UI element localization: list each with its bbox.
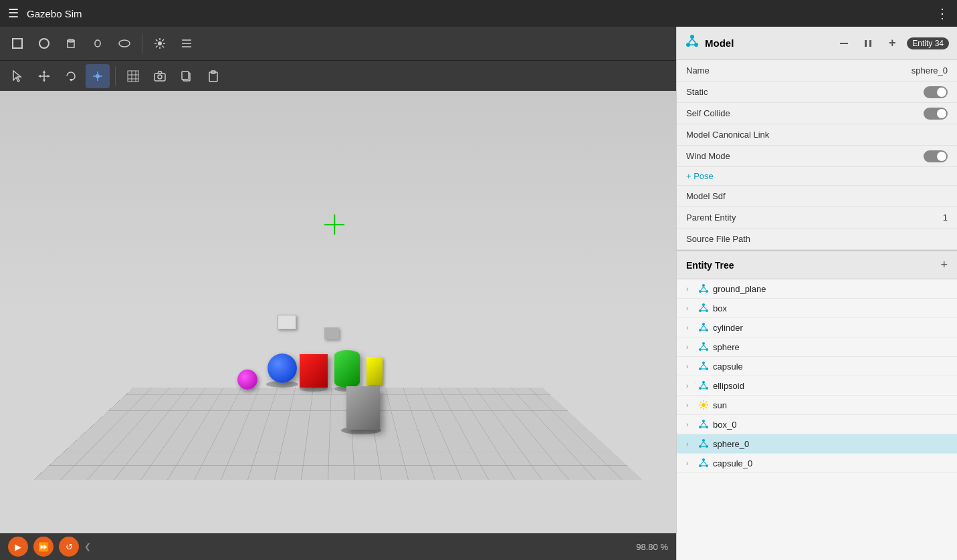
wind-mode-toggle[interactable]	[924, 150, 948, 162]
reset-button[interactable]: ↺	[59, 537, 79, 557]
copy-button[interactable]	[175, 64, 199, 88]
wind-mode-label: Wind Mode	[686, 151, 924, 161]
model-node-icon-sphere	[698, 341, 709, 352]
source-file-path-property-row: Source File Path	[677, 229, 957, 250]
svg-rect-49	[869, 40, 871, 47]
toolbar-separator-2	[115, 66, 116, 86]
translate-button[interactable]	[32, 64, 56, 88]
entity-name-capsule-0: capsule_0	[713, 458, 752, 468]
main-area: ▶ ⏩ ↺ ❮ 98.80 %	[0, 27, 957, 560]
obj-box-white-small[interactable]	[278, 315, 296, 329]
scale-button[interactable]	[86, 64, 110, 88]
svg-point-108	[699, 464, 702, 467]
chevron-icon-capsule: ›	[686, 363, 694, 370]
obj-cylinder-green[interactable]	[334, 350, 360, 388]
entity-tree-add-button[interactable]: +	[940, 258, 948, 272]
name-property-row: Name sphere_0	[677, 60, 957, 82]
entity-item-sphere-0[interactable]: › sphere_0	[677, 434, 957, 454]
svg-point-25	[96, 74, 100, 78]
menu-icon[interactable]: ☰	[8, 6, 19, 21]
entity-list: › ground_plane ›	[677, 279, 957, 560]
svg-rect-38	[182, 72, 189, 80]
static-toggle[interactable]	[924, 86, 948, 98]
capsule-tool-button[interactable]	[86, 31, 110, 55]
svg-line-11	[156, 39, 158, 41]
viewport-background	[0, 91, 676, 533]
svg-point-5	[119, 40, 130, 47]
self-collide-toggle[interactable]	[924, 108, 948, 120]
entity-item-ellipsoid[interactable]: › ellipsoid	[677, 376, 957, 396]
svg-point-86	[702, 403, 706, 407]
particles-tool-button[interactable]	[175, 31, 199, 55]
play-button[interactable]: ▶	[8, 537, 28, 557]
svg-point-52	[706, 290, 708, 293]
svg-line-60	[704, 306, 706, 309]
obj-box-yellow[interactable]	[366, 357, 383, 385]
model-node-icon-ground-plane	[698, 283, 709, 294]
svg-line-72	[704, 345, 706, 348]
obj-box-gray-large[interactable]	[346, 386, 380, 430]
entity-item-cylinder[interactable]: › cylinder	[677, 318, 957, 337]
canonical-link-label: Model Canonical Link	[686, 130, 948, 140]
rotate-button[interactable]	[59, 64, 83, 88]
pose-row[interactable]: + Pose	[677, 167, 957, 186]
pause-button[interactable]	[859, 34, 877, 53]
fast-forward-button[interactable]: ⏩	[33, 537, 54, 557]
nav-toolbar	[0, 60, 676, 91]
svg-rect-4	[95, 40, 100, 47]
entity-item-capsule[interactable]: › capsule	[677, 357, 957, 376]
svg-point-56	[702, 303, 705, 306]
grid-button[interactable]	[121, 64, 145, 88]
entity-item-capsule-0[interactable]: › capsule_0	[677, 454, 957, 473]
entity-item-box-0[interactable]: › box_0	[677, 415, 957, 434]
select-button[interactable]	[5, 64, 29, 88]
obj-box-red[interactable]	[300, 354, 328, 388]
svg-point-70	[706, 348, 708, 351]
light-tool-button[interactable]	[148, 31, 172, 55]
svg-line-59	[701, 306, 704, 309]
obj-sphere-blue[interactable]	[268, 354, 297, 383]
svg-line-104	[701, 442, 704, 445]
entity-item-box[interactable]: › box	[677, 299, 957, 318]
3d-viewport[interactable]	[0, 91, 676, 533]
ellipsoid-tool-button[interactable]	[112, 31, 136, 55]
obj-box-gray-small[interactable]	[324, 327, 339, 339]
svg-line-110	[701, 461, 704, 464]
model-node-icon-box	[698, 303, 709, 313]
chevron-icon-sphere: ›	[686, 343, 694, 351]
model-sdf-label: Model Sdf	[686, 191, 948, 201]
svg-point-97	[706, 426, 708, 428]
app-title: Gazebo Sim	[27, 8, 928, 19]
paste-button[interactable]	[201, 64, 225, 88]
minimize-button[interactable]	[835, 34, 853, 53]
svg-marker-23	[47, 75, 50, 78]
entity-item-sun[interactable]: › sun	[677, 396, 957, 415]
more-icon[interactable]: ⋮	[936, 5, 949, 21]
model-icon	[685, 34, 700, 52]
entity-name-sphere-0: sphere_0	[713, 439, 749, 449]
svg-rect-30	[128, 71, 138, 82]
parent-entity-value: 1	[943, 213, 948, 223]
svg-point-74	[702, 362, 705, 364]
svg-rect-47	[840, 43, 848, 44]
cylinder-tool-button[interactable]	[59, 31, 83, 55]
toolbar-separator-1	[142, 33, 142, 53]
obj-sphere-magenta[interactable]	[237, 370, 257, 390]
right-panel: Model + Entity 34 Name sphere_0 Stat	[676, 27, 957, 560]
svg-line-93	[706, 402, 707, 403]
zoom-level: 98.80 %	[636, 542, 668, 552]
properties-panel: Name sphere_0 Static Self Collide Model …	[677, 60, 957, 250]
entity-item-sphere[interactable]: › sphere	[677, 337, 957, 357]
model-sdf-property-row: Model Sdf	[677, 186, 957, 207]
svg-line-91	[700, 402, 702, 403]
sphere-tool-button[interactable]	[32, 31, 56, 55]
entity-item-ground-plane[interactable]: › ground_plane	[677, 279, 957, 299]
svg-line-105	[704, 442, 706, 445]
svg-line-66	[704, 325, 706, 329]
add-button[interactable]: +	[883, 34, 901, 53]
entity-name-box-0: box_0	[713, 420, 736, 430]
camera-button[interactable]	[148, 64, 172, 88]
svg-point-69	[699, 348, 702, 351]
svg-point-109	[706, 464, 708, 467]
box-tool-button[interactable]	[5, 31, 29, 55]
